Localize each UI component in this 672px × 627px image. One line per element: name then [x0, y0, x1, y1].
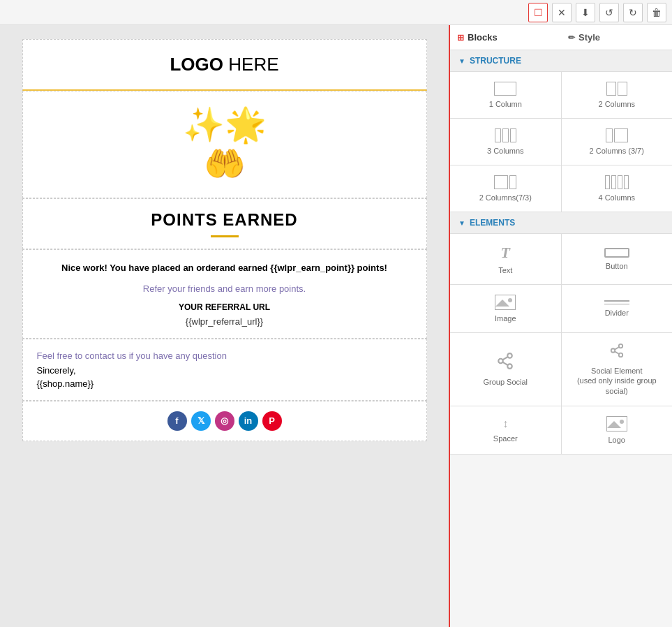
- social-element-icon: [609, 343, 625, 362]
- referral-label: YOUR REFERRAL URL: [37, 302, 412, 312]
- email-preview: LOGO HERE ✨🌟🤲 POINTS EARNED Nice work! Y…: [0, 25, 449, 627]
- social-element-label: Social Element (used only inside group s…: [567, 366, 667, 396]
- email-body-section: Nice work! You have placed an orderand e…: [22, 249, 427, 339]
- logo-label: Logo: [608, 436, 625, 444]
- structure-blocks-grid: 1 Column 2 Columns 3 Columns: [450, 72, 672, 212]
- referral-url: {{wlpr_referral_url}}: [37, 316, 412, 327]
- svg-line-9: [615, 347, 619, 350]
- elements-arrow-icon: ▼: [458, 219, 465, 227]
- toolbar-box-btn[interactable]: ☐: [528, 3, 548, 22]
- block-image[interactable]: Image: [450, 285, 561, 332]
- 1col-icon: [494, 82, 516, 96]
- gold-divider: [211, 235, 239, 237]
- block-divider[interactable]: Divider: [562, 285, 673, 332]
- text-label: Text: [498, 266, 512, 274]
- spacer-element-icon: ↕: [502, 418, 508, 430]
- structure-label: STRUCTURE: [470, 56, 521, 66]
- instagram-icon[interactable]: ◎: [215, 411, 234, 431]
- block-logo[interactable]: Logo: [562, 406, 673, 454]
- main-container: LOGO HERE ✨🌟🤲 POINTS EARNED Nice work! Y…: [0, 0, 672, 627]
- 2col37-icon: [606, 128, 628, 142]
- facebook-icon[interactable]: f: [167, 411, 187, 431]
- toolbar: ☐ ✕ ⬇ ↺ ↻ 🗑: [0, 0, 672, 25]
- tab-style-label: Style: [578, 32, 600, 43]
- block-2-columns-37[interactable]: 2 Columns (3/7): [562, 119, 673, 165]
- elements-blocks-grid: T Text Button Image Divider: [450, 234, 672, 455]
- tab-blocks[interactable]: ⊞ Blocks: [450, 25, 561, 50]
- 4col-icon: [605, 175, 629, 189]
- svg-line-3: [503, 362, 508, 365]
- 4col-label: 4 Columns: [598, 193, 635, 202]
- block-4-columns[interactable]: 4 Columns: [562, 165, 673, 212]
- social-icons: f 𝕏 ◎ in P: [33, 411, 417, 431]
- svg-point-1: [499, 359, 504, 364]
- block-1-column[interactable]: 1 Column: [450, 72, 561, 118]
- group-social-icon: [496, 352, 514, 374]
- tab-blocks-label: Blocks: [468, 32, 498, 43]
- svg-point-6: [611, 348, 615, 353]
- toolbar-download-btn[interactable]: ⬇: [576, 3, 595, 22]
- refer-link[interactable]: Refer your friends and earn more points.: [37, 283, 412, 294]
- toolbar-undo-btn[interactable]: ↺: [599, 3, 619, 22]
- logo-element-icon: [606, 416, 627, 431]
- block-spacer[interactable]: ↕ Spacer: [450, 406, 561, 454]
- structure-section-header: ▼ STRUCTURE: [450, 50, 672, 72]
- image-element-icon: [495, 295, 516, 310]
- footer-sincerely: Sincerely,: [37, 365, 412, 376]
- pinterest-icon[interactable]: P: [262, 411, 282, 431]
- 3col-label: 3 Columns: [487, 147, 524, 155]
- points-title: POINTS EARNED: [34, 210, 415, 230]
- 2col37-label: 2 Columns (3/7): [590, 147, 644, 155]
- 3col-icon: [495, 128, 516, 142]
- logo-regular: HERE: [223, 54, 278, 75]
- 2col-label: 2 Columns: [598, 100, 635, 108]
- 2col73-label: 2 Columns(7/3): [479, 193, 532, 202]
- tab-style[interactable]: ✏ Style: [561, 25, 672, 50]
- image-label: Image: [495, 314, 516, 323]
- blocks-grid-icon: ⊞: [457, 33, 464, 43]
- toolbar-redo-btn[interactable]: ↻: [623, 3, 643, 22]
- block-group-social[interactable]: Group Social: [450, 333, 561, 406]
- block-2-columns-73[interactable]: 2 Columns(7/3): [450, 165, 561, 212]
- twitter-icon[interactable]: 𝕏: [191, 411, 211, 431]
- email-icon-section: ✨🌟🤲: [22, 91, 427, 198]
- svg-point-2: [508, 364, 513, 369]
- sidebar: ⊞ Blocks ✏ Style ▼ STRUCTURE 1 Column: [449, 25, 672, 627]
- group-social-label: Group Social: [483, 378, 528, 386]
- 2col73-icon: [494, 175, 516, 189]
- block-2-columns[interactable]: 2 Columns: [562, 72, 673, 118]
- spacer-label: Spacer: [493, 434, 518, 443]
- toolbar-close-btn[interactable]: ✕: [552, 3, 572, 22]
- structure-arrow-icon: ▼: [458, 57, 465, 65]
- block-button[interactable]: Button: [562, 234, 673, 284]
- block-social-element[interactable]: Social Element (used only inside group s…: [562, 333, 673, 406]
- logo-bold: LOGO: [170, 54, 223, 75]
- text-element-icon: T: [501, 244, 510, 262]
- button-label: Button: [606, 262, 628, 270]
- 1col-label: 1 Column: [489, 100, 522, 108]
- star-icon: ✨🌟🤲: [37, 105, 412, 184]
- email-social-section: f 𝕏 ◎ in P: [22, 401, 427, 441]
- toolbar-trash-btn[interactable]: 🗑: [647, 3, 666, 22]
- email-footer-section: Feel free to contact us if you have any …: [22, 339, 427, 401]
- style-pen-icon: ✏: [568, 33, 575, 43]
- logo-text: LOGO HERE: [170, 54, 278, 75]
- block-text[interactable]: T Text: [450, 234, 561, 284]
- divider-label: Divider: [605, 309, 629, 317]
- linkedin-icon[interactable]: in: [239, 411, 258, 431]
- footer-contact: Feel free to contact us if you have any …: [37, 351, 412, 361]
- email-title-section: POINTS EARNED: [22, 198, 427, 249]
- svg-line-4: [503, 357, 508, 360]
- button-element-icon: [604, 248, 629, 258]
- body-main-text: Nice work! You have placed an orderand e…: [37, 261, 412, 275]
- email-body: LOGO HERE ✨🌟🤲 POINTS EARNED Nice work! Y…: [22, 39, 427, 441]
- sidebar-tabs: ⊞ Blocks ✏ Style: [450, 25, 672, 50]
- svg-line-8: [615, 351, 619, 354]
- 2col-icon: [606, 82, 627, 96]
- divider-element-icon: [604, 300, 629, 304]
- block-3-columns[interactable]: 3 Columns: [450, 119, 561, 165]
- svg-point-7: [619, 353, 623, 357]
- elements-label: ELEMENTS: [470, 218, 515, 228]
- email-logo-section: LOGO HERE: [22, 39, 427, 91]
- svg-point-5: [619, 344, 623, 348]
